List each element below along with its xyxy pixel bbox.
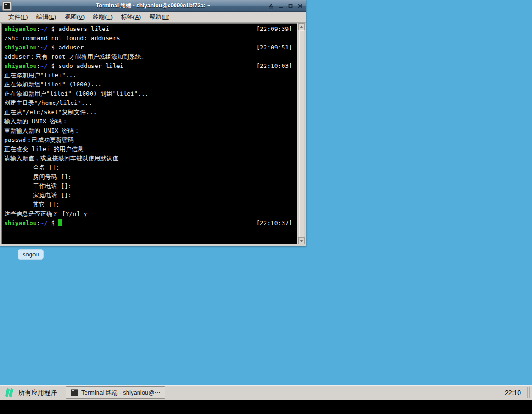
menu-item-help[interactable]: 帮助(H)	[145, 12, 174, 23]
terminal-line: 家庭电话 []:	[4, 191, 297, 200]
desktop[interactable]: Terminal 终端 - shiyanlou@c0090e1bf72a: ~	[0, 0, 532, 385]
window-title: Terminal 终端 - shiyanlou@c0090e1bf72a: ~	[0, 2, 306, 10]
terminal-line: shiyanlou:~/ $ sudo adduser lilei[22:10:…	[4, 61, 297, 71]
terminal-line: 这些信息是否正确？ [Y/n] y	[4, 209, 297, 219]
scrollbar[interactable]	[298, 23, 305, 244]
scroll-down-button[interactable]	[298, 237, 305, 244]
terminal-line: shiyanlou:~/ $ adduser[22:09:51]	[4, 43, 297, 52]
timestamp: [22:10:37]	[256, 219, 292, 228]
terminal-line: adduser：只有 root 才能将用户或组添加到系统。	[4, 52, 297, 61]
scroll-up-button[interactable]	[298, 24, 305, 30]
taskbar-right: 22:10	[505, 385, 532, 400]
minimize-button[interactable]	[277, 2, 284, 10]
timestamp: [22:10:03]	[256, 61, 292, 71]
applications-menu-button[interactable]: 所有应用程序	[0, 385, 62, 400]
timestamp: [22:09:39]	[256, 24, 292, 34]
terminal-cursor	[58, 219, 62, 226]
window-controls	[267, 0, 304, 12]
timestamp: [22:09:51]	[256, 43, 292, 52]
terminal-screen[interactable]: shiyanlou:~/ $ addusers lilei[22:09:39]z…	[1, 23, 297, 244]
menu-item-terminal[interactable]: 终端(T)	[89, 12, 117, 23]
terminal-icon	[71, 389, 78, 396]
arrow-down-icon	[300, 240, 303, 242]
window-titlebar[interactable]: Terminal 终端 - shiyanlou@c0090e1bf72a: ~	[0, 0, 306, 12]
terminal-window-icon[interactable]	[2, 1, 12, 11]
terminal-line: shiyanlou:~/ $ [22:10:37]	[4, 219, 297, 228]
terminal-area: shiyanlou:~/ $ addusers lilei[22:09:39]z…	[1, 23, 305, 245]
terminal-line: 正在添加新用户"lilei" (1000) 到组"lilei"...	[4, 89, 297, 98]
taskbar-task-terminal[interactable]: Terminal 终端 - shiyanlou@⋯	[66, 386, 165, 399]
terminal-line: 正在添加用户"lilei"...	[4, 71, 297, 80]
applications-menu-label: 所有应用程序	[18, 389, 57, 397]
panel-handle[interactable]	[527, 387, 531, 398]
terminal-line: 房间号码 []:	[4, 172, 297, 182]
terminal-line: 正在从"/etc/skel"复制文件...	[4, 108, 297, 117]
terminal-line: 其它 []:	[4, 200, 297, 209]
terminal-line: 全名 []:	[4, 163, 297, 172]
terminal-line: 重新输入新的 UNIX 密码：	[4, 126, 297, 135]
terminal-line: shiyanlou:~/ $ addusers lilei[22:09:39]	[4, 24, 297, 34]
menu-item-file[interactable]: 文件(F)	[4, 12, 32, 23]
screen: Terminal 终端 - shiyanlou@c0090e1bf72a: ~	[0, 0, 532, 414]
scrollbar-thumb[interactable]	[299, 30, 304, 237]
task-list: Terminal 终端 - shiyanlou@⋯	[66, 385, 165, 400]
terminal-line: 正在添加新组"lilei" (1000)...	[4, 80, 297, 89]
terminal-line: zsh: command not found: addusers	[4, 34, 297, 43]
menu-item-edit[interactable]: 编辑(E)	[32, 12, 60, 23]
terminal-line: 输入新的 UNIX 密码：	[4, 117, 297, 126]
menubar: 文件(F)编辑(E)视图(V)终端(T)标签(A)帮助(H)	[0, 12, 306, 23]
terminal-line: 创建主目录"/home/lilei"...	[4, 98, 297, 108]
terminal-line: 请输入新值，或直接敲回车键以使用默认值	[4, 154, 297, 163]
terminal-output: shiyanlou:~/ $ addusers lilei[22:09:39]z…	[4, 24, 297, 228]
clock: 22:10	[505, 389, 521, 396]
arrow-up-icon	[300, 26, 303, 28]
close-button[interactable]	[296, 2, 304, 10]
terminal-window: Terminal 终端 - shiyanlou@c0090e1bf72a: ~	[0, 0, 306, 246]
shade-button[interactable]	[267, 2, 275, 10]
maximize-button[interactable]	[286, 2, 294, 10]
menu-item-tabs[interactable]: 标签(A)	[117, 12, 145, 23]
menu-item-view[interactable]: 视图(V)	[60, 12, 89, 23]
terminal-line: 正在改变 lilei 的用户信息	[4, 145, 297, 154]
terminal-line: 工作电话 []:	[4, 182, 297, 191]
taskbar: 所有应用程序 Terminal 终端 - shiyanlou@⋯ 22:10	[0, 385, 532, 400]
terminal-line: passwd：已成功更新密码	[4, 135, 297, 145]
task-label: Terminal 终端 - shiyanlou@⋯	[81, 389, 160, 397]
shiyanlou-logo-icon	[3, 387, 14, 399]
sogou-ime-button[interactable]: sogou	[18, 249, 44, 260]
screen-bottom-strip	[0, 400, 532, 414]
